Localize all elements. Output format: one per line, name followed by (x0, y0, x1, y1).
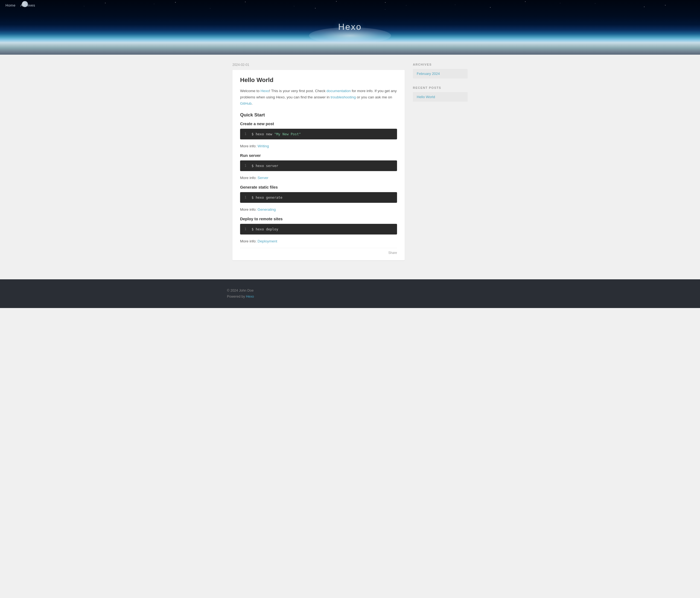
nav-archives[interactable]: Archives (21, 3, 35, 7)
post-date: 2024-02-01 (232, 63, 405, 67)
hero-section: Home Archives Hexo (0, 0, 700, 55)
post-footer: Share (240, 248, 397, 255)
generate-heading: Generate static files (240, 185, 397, 189)
footer-inner: © 2024 John Doe Powered by Hexo (227, 288, 473, 300)
code-text: $ hexo deploy (252, 227, 278, 231)
archives-item-feb2024[interactable]: February 2024 (413, 69, 468, 78)
powered-by: Powered by Hexo (227, 293, 473, 300)
post-body: Welcome to Hexo! This is your very first… (240, 88, 397, 244)
recent-posts-heading: RECENT POSTS (413, 86, 468, 89)
post-card: Hello World Welcome to Hexo! This is you… (232, 70, 405, 260)
hexo-footer-link[interactable]: Hexo (246, 295, 254, 298)
main-container: 2024-02-01 Hello World Welcome to Hexo! … (227, 55, 473, 268)
line-number: 1 (245, 132, 247, 136)
run-server-code-block: 1 $ hexo server (240, 160, 397, 171)
site-title: Hexo (338, 22, 362, 32)
line-number: 1 (245, 227, 247, 231)
create-post-code-block: 1 $ hexo new "My New Post" (240, 129, 397, 139)
generate-more: More info: Generating (240, 207, 397, 213)
line-number: 1 (245, 164, 247, 167)
troubleshoot-link[interactable]: troubleshooting (331, 95, 356, 99)
share-button[interactable]: Share (388, 251, 397, 255)
code-text: $ hexo server (252, 164, 278, 168)
code-text: $ hexo new "My New Post" (252, 132, 301, 136)
run-server-more: More info: Server (240, 175, 397, 181)
server-link[interactable]: Server (257, 176, 269, 180)
deployment-link[interactable]: Deployment (257, 239, 277, 243)
recent-post-hello-world[interactable]: Hello World (413, 92, 468, 102)
main-nav: Home Archives (0, 0, 700, 11)
line-number: 1 (245, 196, 247, 199)
intro-paragraph: Welcome to Hexo! This is your very first… (240, 88, 397, 107)
generating-link[interactable]: Generating (257, 207, 276, 211)
create-post-more: More info: Writing (240, 143, 397, 150)
archives-section: ARCHIVES February 2024 (413, 63, 468, 78)
deploy-more: More info: Deployment (240, 238, 397, 244)
code-text: $ hexo generate (252, 196, 282, 200)
deploy-code-block: 1 $ hexo deploy (240, 224, 397, 234)
content-area: 2024-02-01 Hello World Welcome to Hexo! … (232, 63, 405, 260)
copyright: © 2024 John Doe (227, 288, 473, 294)
github-link[interactable]: GitHub (240, 101, 252, 105)
quick-start-heading: Quick Start (240, 112, 397, 118)
page-footer: © 2024 John Doe Powered by Hexo (0, 279, 700, 308)
create-post-heading: Create a new post (240, 122, 397, 126)
docs-link[interactable]: documentation (326, 89, 351, 93)
post-title: Hello World (240, 77, 397, 84)
deploy-heading: Deploy to remote sites (240, 217, 397, 221)
hexo-link[interactable]: Hexo (260, 89, 269, 93)
run-server-heading: Run server (240, 153, 397, 158)
writing-link[interactable]: Writing (257, 144, 269, 148)
recent-posts-section: RECENT POSTS Hello World (413, 86, 468, 102)
sidebar: ARCHIVES February 2024 RECENT POSTS Hell… (413, 63, 468, 260)
nav-home[interactable]: Home (5, 3, 16, 7)
archives-heading: ARCHIVES (413, 63, 468, 66)
generate-code-block: 1 $ hexo generate (240, 192, 397, 203)
